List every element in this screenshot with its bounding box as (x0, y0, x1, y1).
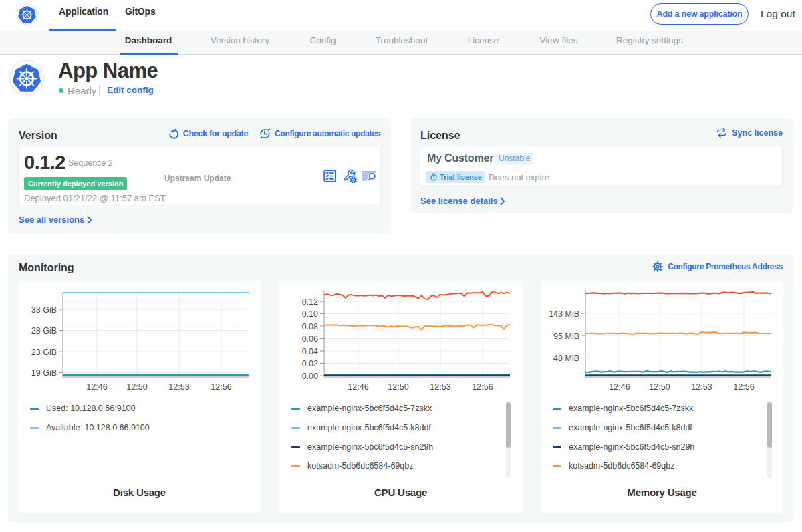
svg-text:12:56: 12:56 (472, 382, 493, 392)
svg-text:12:56: 12:56 (733, 382, 754, 392)
svg-text:12:53: 12:53 (168, 382, 189, 392)
svg-text:12:53: 12:53 (691, 382, 712, 392)
svg-text:23 GiB: 23 GiB (31, 348, 57, 357)
svg-text:12:50: 12:50 (649, 382, 670, 392)
svg-text:12:46: 12:46 (348, 382, 368, 392)
svg-text:0.04: 0.04 (302, 347, 318, 356)
svg-text:12:46: 12:46 (609, 382, 630, 392)
svg-text:12:46: 12:46 (86, 382, 107, 392)
svg-text:48 MiB: 48 MiB (553, 354, 579, 363)
svg-text:33 GiB: 33 GiB (31, 305, 57, 315)
svg-text:12:50: 12:50 (126, 382, 147, 392)
svg-text:0.06: 0.06 (302, 334, 318, 344)
svg-text:12:50: 12:50 (388, 382, 408, 392)
svg-text:12:53: 12:53 (430, 382, 450, 392)
svg-text:12:56: 12:56 (211, 382, 231, 392)
svg-text:0.10: 0.10 (302, 309, 318, 319)
svg-text:143 MiB: 143 MiB (549, 309, 579, 319)
svg-text:19 GiB: 19 GiB (31, 368, 57, 378)
svg-text:0.12: 0.12 (302, 297, 318, 307)
svg-text:0.08: 0.08 (302, 322, 318, 331)
svg-text:0.00: 0.00 (302, 372, 318, 381)
svg-text:28 GiB: 28 GiB (31, 326, 57, 336)
svg-text:95 MiB: 95 MiB (553, 331, 579, 341)
svg-text:0.02: 0.02 (302, 359, 318, 368)
